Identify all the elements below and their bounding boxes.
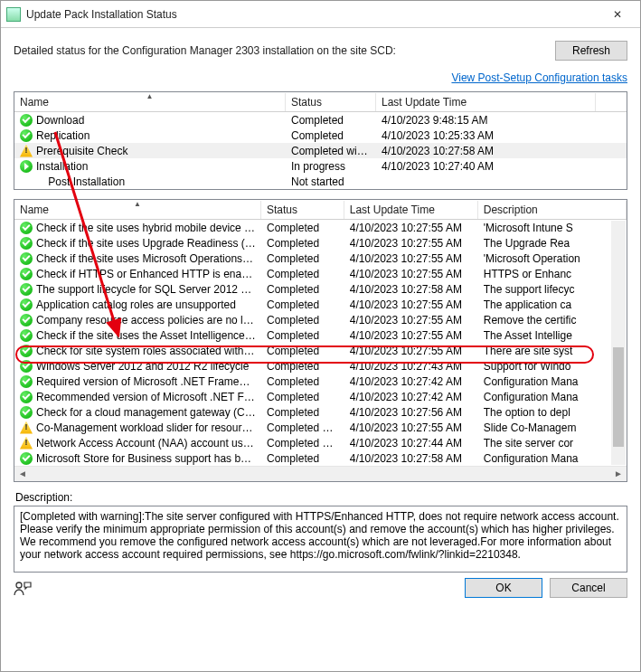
sort-indicator-icon: ▲ <box>146 93 154 100</box>
col-status[interactable]: Status <box>286 93 376 111</box>
list-row[interactable]: Network Access Account (NAA) account usa… <box>14 435 627 450</box>
vertical-scrollbar[interactable] <box>611 221 626 465</box>
row-status: Completed with ... <box>261 437 344 450</box>
row-status: Completed <box>261 237 344 250</box>
row-time: 4/10/2023 10:27:55 AM <box>344 252 478 265</box>
list-row[interactable]: Company resource access policies are no … <box>14 312 627 327</box>
row-desc: 'Microsoft Intune S <box>478 222 627 234</box>
list-row[interactable]: ReplicationCompleted4/10/2023 10:25:33 A… <box>14 128 627 143</box>
list-row[interactable]: Check if the site uses hybrid mobile dev… <box>14 220 627 235</box>
row-desc: The site server cor <box>478 437 627 450</box>
row-time: 4/10/2023 10:27:40 AM <box>376 160 596 173</box>
list-row[interactable]: Required version of Microsoft .NET Frame… <box>14 374 627 389</box>
row-name: Check if the site uses Upgrade Readiness… <box>36 237 261 250</box>
col-name: ▲Name <box>14 201 261 219</box>
list-row[interactable]: Check if HTTPS or Enhanced HTTP is enabl… <box>14 266 627 281</box>
row-status: Completed <box>261 452 344 465</box>
row-name: Check for site system roles associated w… <box>36 345 261 357</box>
row-time: 4/10/2023 9:48:15 AM <box>376 114 596 127</box>
row-desc: Remove the certific <box>478 314 627 327</box>
col-status[interactable]: Status <box>261 201 344 219</box>
list-row[interactable]: Check if the site uses the Asset Intelli… <box>14 327 627 343</box>
intro-text: Detailed status for the Configuration Ma… <box>14 41 555 57</box>
row-name: Application catalog roles are unsupporte… <box>36 298 236 311</box>
col-desc[interactable]: Description <box>478 201 627 219</box>
row-name: Windows Server 2012 and 2012 R2 lifecycl… <box>36 360 249 373</box>
feedback-icon[interactable] <box>14 580 32 596</box>
list-row[interactable]: Application catalog roles are unsupporte… <box>14 297 627 312</box>
ok-button[interactable]: OK <box>465 578 542 598</box>
list-row[interactable]: Check if the site uses Microsoft Operati… <box>14 251 627 266</box>
row-name: Check if HTTPS or Enhanced HTTP is enabl… <box>36 268 261 280</box>
row-time: 4/10/2023 10:27:55 AM <box>344 329 478 342</box>
dialog-window: Update Pack Installation Status ✕ Detail… <box>0 0 641 672</box>
row-name: Download <box>36 114 84 127</box>
row-desc: Configuration Mana <box>478 391 627 403</box>
list-row[interactable]: Check if the site uses Upgrade Readiness… <box>14 235 627 251</box>
row-desc: The application ca <box>478 298 627 311</box>
col-name: ▲Name <box>14 93 286 111</box>
svg-point-0 <box>16 582 22 588</box>
titlebar: Update Pack Installation Status ✕ <box>1 1 640 28</box>
row-name: Company resource access policies are no … <box>36 314 261 327</box>
list-row[interactable]: Microsoft Store for Business support has… <box>14 450 627 466</box>
row-time: 4/10/2023 10:27:58 AM <box>344 452 478 465</box>
row-name: Installation <box>36 160 88 173</box>
list-row[interactable]: Post InstallationNot started <box>14 174 627 189</box>
cancel-button[interactable]: Cancel <box>550 578 627 598</box>
list-row[interactable]: DownloadCompleted4/10/2023 9:48:15 AM <box>14 112 627 128</box>
play-icon <box>20 160 33 173</box>
check-icon <box>20 268 33 280</box>
row-name: Replication <box>36 129 90 142</box>
dialog-body: Detailed status for the Configuration Ma… <box>1 28 640 671</box>
row-name: Check if the site uses the Asset Intelli… <box>36 329 261 342</box>
post-setup-link[interactable]: View Post-Setup Configuration tasks <box>451 71 627 84</box>
check-icon <box>20 345 33 357</box>
col-time[interactable]: Last Update Time <box>376 93 596 111</box>
check-icon <box>20 237 33 250</box>
row-status: Completed <box>261 375 344 388</box>
list-row[interactable]: Check for a cloud management gateway (CM… <box>14 404 627 420</box>
refresh-button[interactable]: Refresh <box>555 41 627 61</box>
check-icon <box>20 314 33 327</box>
horizontal-scrollbar[interactable]: ◄ ► <box>14 466 627 481</box>
row-time: 4/10/2023 10:27:44 AM <box>344 437 478 450</box>
phase-list-header: ▲Name Status Last Update Time <box>14 92 627 112</box>
scroll-right-icon[interactable]: ► <box>612 468 625 480</box>
row-status: Completed <box>286 114 376 127</box>
list-row[interactable]: Check for site system roles associated w… <box>14 343 627 358</box>
list-row[interactable]: Prerequisite CheckCompleted with ...4/10… <box>14 143 627 158</box>
detail-list[interactable]: ▲Name Status Last Update Time Descriptio… <box>14 199 627 482</box>
phase-list[interactable]: ▲Name Status Last Update Time DownloadCo… <box>14 91 627 190</box>
description-label: Description: <box>15 491 627 504</box>
row-name: The support lifecycle for SQL Server 201… <box>36 283 261 296</box>
row-status: Completed <box>261 268 344 280</box>
row-name: Recommended version of Microsoft .NET Fr… <box>36 391 261 403</box>
row-time: 4/10/2023 10:27:55 AM <box>344 421 478 434</box>
check-icon <box>20 375 33 388</box>
row-status: Completed <box>286 129 376 142</box>
close-button[interactable]: ✕ <box>600 2 635 27</box>
row-status: Completed <box>261 345 344 357</box>
list-row[interactable]: InstallationIn progress4/10/2023 10:27:4… <box>14 158 627 174</box>
row-time: 4/10/2023 10:27:43 AM <box>344 360 478 373</box>
description-text[interactable]: [Completed with warning]:The site server… <box>14 506 627 573</box>
check-icon <box>20 283 33 296</box>
check-icon <box>20 252 33 265</box>
list-row[interactable]: The support lifecycle for SQL Server 201… <box>14 281 627 297</box>
list-row[interactable]: Recommended version of Microsoft .NET Fr… <box>14 389 627 404</box>
row-desc: The Upgrade Rea <box>478 237 627 250</box>
row-name: Co-Management workload slider for resour… <box>36 421 261 434</box>
row-status: Completed <box>261 252 344 265</box>
list-row[interactable]: Windows Server 2012 and 2012 R2 lifecycl… <box>14 358 627 374</box>
scroll-left-icon[interactable]: ◄ <box>16 468 29 480</box>
list-row[interactable]: Co-Management workload slider for resour… <box>14 420 627 435</box>
col-time[interactable]: Last Update Time <box>344 201 478 219</box>
dialog-footer: OK Cancel <box>14 573 627 598</box>
check-icon <box>20 129 33 142</box>
scrollbar-thumb[interactable] <box>613 347 624 447</box>
row-status: Completed <box>261 329 344 342</box>
row-time: 4/10/2023 10:27:55 AM <box>344 268 478 280</box>
row-time: 4/10/2023 10:25:33 AM <box>376 129 596 142</box>
row-desc: Slide Co-Managem <box>478 421 627 434</box>
